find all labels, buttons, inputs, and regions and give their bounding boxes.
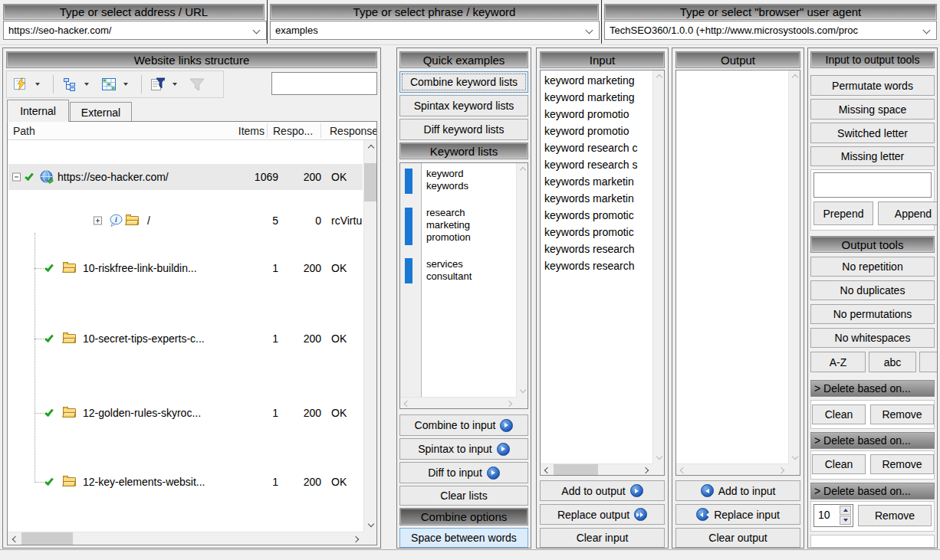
scroll-left-arrow[interactable]: [541, 464, 552, 476]
remove-button-2[interactable]: Remove: [870, 454, 934, 474]
keyword-item[interactable]: keyword: [426, 168, 463, 179]
scroll-right-arrow[interactable]: [350, 532, 363, 545]
output-vertical-scrollbar[interactable]: [788, 70, 800, 463]
input-item[interactable]: keyword promotio: [544, 108, 652, 120]
remove-button-3[interactable]: Remove: [858, 505, 932, 526]
scrollbar-thumb[interactable]: [364, 163, 377, 201]
input-item[interactable]: keyword marketing: [544, 74, 652, 87]
remove-button-1[interactable]: Remove: [870, 404, 934, 424]
user-agent-combobox[interactable]: TechSEO360/1.0.0 (+http://www.microsysto…: [604, 21, 937, 40]
input-item[interactable]: keyword marketing: [544, 91, 652, 103]
column-header-response[interactable]: Response: [330, 125, 377, 137]
input-item[interactable]: keywords marketin: [544, 192, 652, 205]
spintax-to-input-button[interactable]: Spintax to input: [399, 438, 528, 460]
scroll-right-arrow[interactable]: [777, 464, 788, 476]
input-item[interactable]: keywords research: [544, 260, 652, 272]
clean-button-2[interactable]: Clean: [812, 454, 866, 474]
affix-input[interactable]: [813, 172, 932, 198]
missing-space-button[interactable]: Missing space: [810, 99, 935, 120]
scroll-left-arrow[interactable]: [8, 532, 21, 545]
append-button[interactable]: Append: [878, 201, 938, 225]
spinner-up-button[interactable]: [840, 506, 851, 515]
filter-options-button[interactable]: [147, 74, 168, 95]
clear-output-button[interactable]: Clear output: [675, 528, 800, 548]
clipped-button[interactable]: [919, 352, 938, 372]
no-whitespaces-button[interactable]: No whitespaces: [810, 328, 935, 348]
filter-input[interactable]: [271, 72, 377, 95]
tree-view-button[interactable]: [59, 74, 80, 95]
keyword-lists-box[interactable]: keyword keywords research marketing prom…: [399, 162, 528, 409]
delete-based-on-header-2[interactable]: > Delete based on...: [810, 432, 935, 449]
scroll-right-arrow[interactable]: [505, 398, 516, 409]
tree-horizontal-scrollbar[interactable]: [8, 532, 363, 545]
tab-external[interactable]: External: [70, 102, 132, 122]
keyword-item[interactable]: research: [426, 207, 465, 218]
tree-row[interactable]: 12-key-elements-websit... 1 200 OK: [8, 473, 363, 491]
keyword-item[interactable]: consultant: [426, 270, 472, 282]
scrollbar-thumb[interactable]: [21, 532, 73, 545]
scroll-up-arrow[interactable]: [789, 70, 800, 82]
chevron-down-icon[interactable]: [923, 27, 931, 34]
spinner-down-button[interactable]: [840, 516, 851, 525]
tab-internal[interactable]: Internal: [7, 100, 69, 122]
delete-based-on-header-3[interactable]: > Delete based on...: [810, 483, 935, 499]
input-listbox[interactable]: keyword marketing keyword marketing keyw…: [540, 70, 665, 476]
output-listbox[interactable]: [675, 70, 800, 476]
tree-row[interactable]: 12-golden-rules-skyroc... 1 200 OK: [8, 404, 363, 422]
length-spinner[interactable]: 10: [813, 504, 853, 527]
tree-view-dropdown-caret[interactable]: [81, 74, 91, 95]
combine-keyword-lists-button[interactable]: Combine keyword lists: [399, 71, 528, 93]
no-duplicates-button[interactable]: No duplicates: [810, 280, 935, 300]
input-item[interactable]: keywords research: [544, 243, 652, 255]
scroll-up-arrow[interactable]: [517, 163, 528, 175]
replace-input-button[interactable]: Replace input: [675, 504, 800, 525]
missing-letter-button[interactable]: Missing letter: [810, 146, 935, 166]
scroll-up-arrow[interactable]: [364, 140, 377, 153]
clear-input-button[interactable]: Clear input: [540, 528, 665, 548]
scroll-right-arrow[interactable]: [641, 464, 652, 476]
input-item[interactable]: keywords promotic: [544, 226, 652, 238]
keyword-item[interactable]: keywords: [426, 180, 468, 192]
scroll-up-arrow[interactable]: [653, 70, 665, 82]
output-horizontal-scrollbar[interactable]: [676, 463, 788, 475]
diff-keyword-lists-button[interactable]: Diff keyword lists: [399, 119, 528, 140]
no-permutations-button[interactable]: No permutations: [810, 304, 935, 324]
column-separator[interactable]: [320, 123, 321, 138]
expand-icon[interactable]: [94, 217, 102, 225]
input-vertical-scrollbar[interactable]: [652, 70, 664, 463]
crawl-dropdown-caret[interactable]: [32, 74, 42, 95]
chevron-down-icon[interactable]: [253, 27, 261, 34]
input-item[interactable]: keyword research c: [544, 142, 652, 154]
column-separator[interactable]: [267, 123, 268, 138]
input-item[interactable]: keywords marketin: [544, 175, 652, 188]
keyword-item[interactable]: marketing: [426, 219, 470, 231]
scroll-left-arrow[interactable]: [400, 398, 412, 409]
filter-dropdown-caret[interactable]: [169, 74, 179, 95]
clean-button-1[interactable]: Clean: [812, 404, 866, 424]
no-repetition-button[interactable]: No repetition: [810, 257, 935, 277]
tree-row[interactable]: i / 5 0 rcVirtu: [8, 211, 363, 230]
scroll-down-arrow[interactable]: [517, 385, 528, 397]
tree-row[interactable]: 10-riskfree-link-buildin... 1 200 OK: [8, 259, 363, 277]
tree-vertical-scrollbar[interactable]: [363, 140, 376, 532]
phrase-combobox[interactable]: examples: [270, 21, 600, 40]
grid-view-button[interactable]: [98, 74, 119, 95]
input-horizontal-scrollbar[interactable]: [541, 463, 652, 475]
tree-row-root[interactable]: https://seo-hacker.com/ 1069 200 OK: [8, 164, 363, 190]
scroll-left-arrow[interactable]: [676, 464, 688, 476]
diff-to-input-button[interactable]: Diff to input: [399, 462, 528, 483]
column-header-response-code[interactable]: Respo...: [273, 125, 313, 137]
spintax-keyword-lists-button[interactable]: Spintax keyword lists: [399, 95, 528, 116]
keyword-vertical-scrollbar[interactable]: [516, 163, 528, 397]
input-item[interactable]: keyword promotio: [544, 125, 652, 137]
combine-to-input-button[interactable]: Combine to input: [399, 414, 528, 436]
collapse-icon[interactable]: [12, 173, 21, 182]
keyword-horizontal-scrollbar[interactable]: [400, 397, 516, 408]
address-combobox[interactable]: https://seo-hacker.com/: [3, 21, 267, 40]
switched-letter-button[interactable]: Switched letter: [810, 123, 935, 143]
add-to-output-button[interactable]: Add to output: [540, 480, 665, 501]
replace-output-button[interactable]: Replace output: [540, 504, 665, 525]
crawl-button[interactable]: [10, 74, 31, 95]
lowercase-button[interactable]: abc: [869, 352, 916, 372]
clear-lists-button[interactable]: Clear lists: [399, 486, 528, 506]
